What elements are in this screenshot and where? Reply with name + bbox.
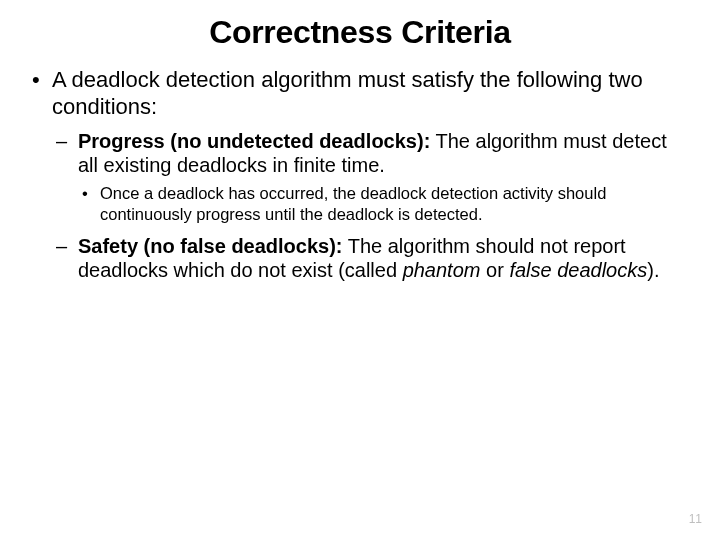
progress-sub-item: Once a deadlock has occurred, the deadlo… (78, 183, 692, 223)
safety-label: Safety (no false deadlocks): (78, 235, 343, 257)
progress-sub-text: Once a deadlock has occurred, the deadlo… (100, 184, 606, 222)
safety-false-deadlocks: false deadlocks (509, 259, 647, 281)
safety-or: or (480, 259, 509, 281)
progress-item: Progress (no undetected deadlocks): The … (52, 129, 692, 224)
page-number: 11 (689, 512, 702, 526)
intro-text: A deadlock detection algorithm must sati… (52, 67, 643, 119)
safety-phantom: phantom (403, 259, 481, 281)
safety-item: Safety (no false deadlocks): The algorit… (52, 234, 692, 283)
bullet-list-level1: A deadlock detection algorithm must sati… (28, 67, 692, 282)
bullet-list-level3: Once a deadlock has occurred, the deadlo… (78, 183, 692, 223)
slide-title: Correctness Criteria (28, 14, 692, 51)
bullet-list-level2: Progress (no undetected deadlocks): The … (52, 129, 692, 283)
progress-label: Progress (no undetected deadlocks): (78, 130, 430, 152)
slide: Correctness Criteria A deadlock detectio… (0, 0, 720, 282)
intro-bullet: A deadlock detection algorithm must sati… (28, 67, 692, 282)
safety-text-b: ). (647, 259, 659, 281)
